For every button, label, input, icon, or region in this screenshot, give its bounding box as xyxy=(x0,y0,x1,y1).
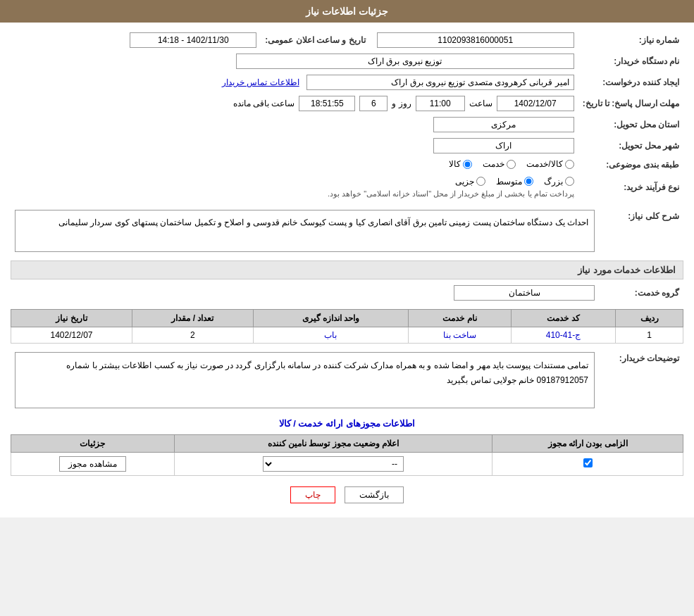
service-row-unit: باب xyxy=(253,327,408,343)
process-option-jozii[interactable]: جزیی xyxy=(455,177,485,187)
print-button[interactable]: چاپ xyxy=(290,486,335,503)
col-unit: واحد اندازه گیری xyxy=(253,309,408,327)
province-value: مرکزی xyxy=(433,117,574,132)
page-header: جزئیات اطلاعات نیاز xyxy=(0,0,694,23)
service-row-code: ج-41-410 xyxy=(511,327,615,343)
buyer-name-value: توزیع نیروی برق اراک xyxy=(236,54,574,69)
perm-required-checkbox[interactable] xyxy=(492,452,683,475)
perm-status[interactable]: -- xyxy=(174,452,492,475)
category-label: طبقه بندی موضوعی: xyxy=(578,156,683,174)
perm-col-details: جزئیات xyxy=(11,434,175,452)
need-number-label: شماره نیاز: xyxy=(578,30,683,51)
services-section-title: اطلاعات خدمات مورد نیاز xyxy=(11,260,683,279)
date-announce-label: تاریخ و ساعت اعلان عمومی: xyxy=(261,30,372,51)
permissions-title: اطلاعات مجوزهای ارائه خدمت / کالا xyxy=(11,418,683,429)
buyer-notes-table: توضیحات خریدار: تمامی مستندات پیوست باید… xyxy=(11,349,683,411)
creator-label: ایجاد کننده درخواست: xyxy=(578,72,683,93)
general-desc-value: احداث یک دستگاه ساختمان پست زمینی تامین … xyxy=(15,210,595,252)
process-radio-group: بزرگ متوسط جزیی xyxy=(455,177,574,187)
col-name: نام خدمت xyxy=(409,309,512,327)
process-option-bozorg[interactable]: بزرگ xyxy=(544,177,574,187)
general-desc-label: شرح کلی نیاز: xyxy=(599,207,683,255)
buyer-name-label: نام دستگاه خریدار: xyxy=(578,51,683,72)
view-permit-button[interactable]: مشاهده مجوز xyxy=(59,456,125,472)
service-row: 1 ج-41-410 ساخت بنا باب 2 1402/12/07 xyxy=(11,327,683,343)
service-group-label: گروه خدمت: xyxy=(599,282,683,303)
creator-contact-link[interactable]: اطلاعات تماس خریدار xyxy=(222,77,299,87)
buyer-notes-value: تمامی مستندات پیوست باید مهر و امضا شده … xyxy=(15,352,595,408)
province-label: استان محل تحویل: xyxy=(578,114,683,135)
service-row-num: 1 xyxy=(616,327,683,343)
deadline-remaining: 18:51:55 xyxy=(299,96,355,111)
permissions-section: اطلاعات مجوزهای ارائه خدمت / کالا الزامی… xyxy=(11,418,683,476)
service-row-date: 1402/12/07 xyxy=(11,327,132,343)
deadline-date: 1402/12/07 xyxy=(497,96,574,111)
city-value: اراک xyxy=(433,138,574,153)
date-announce-value: 1402/11/30 - 14:18 xyxy=(130,32,256,48)
need-number-value: 1102093816000051 xyxy=(377,32,574,48)
process-label: نوع فرآیند خرید: xyxy=(578,174,683,201)
category-radio-group: کالا/خدمت خدمت کالا xyxy=(449,159,574,169)
col-date: تاریخ نیاز xyxy=(11,309,132,327)
perm-col-status: اعلام وضعیت مجوز توسط نامین کننده xyxy=(174,434,492,452)
service-row-name: ساخت بنا xyxy=(409,327,512,343)
deadline-time: 11:00 xyxy=(416,96,465,111)
service-group-value: ساختمان xyxy=(454,285,595,301)
services-table: ردیف کد خدمت نام خدمت واحد اندازه گیری ت… xyxy=(11,309,683,344)
col-code: کد خدمت xyxy=(511,309,615,327)
perm-details[interactable]: مشاهده مجوز xyxy=(11,452,175,475)
process-option-motevaset[interactable]: متوسط xyxy=(496,177,533,187)
buyer-notes-label: توضیحات خریدار: xyxy=(599,349,683,411)
permission-row: -- مشاهده مجوز xyxy=(11,452,683,475)
main-form-table: شماره نیاز: 1102093816000051 تاریخ و ساع… xyxy=(11,30,683,201)
service-row-qty: 2 xyxy=(132,327,254,343)
page-title: جزئیات اطلاعات نیاز xyxy=(306,6,388,17)
desc-form-table: شرح کلی نیاز: احداث یک دستگاه ساختمان پس… xyxy=(11,207,683,255)
col-qty: تعداد / مقدار xyxy=(132,309,254,327)
category-option-kala-khedmat[interactable]: کالا/خدمت xyxy=(526,159,574,169)
creator-value: امیر قربانی کرهرودی متصدی توزیع نیروی بر… xyxy=(306,75,574,90)
deadline-label: مهلت ارسال پاسخ: تا تاریخ: xyxy=(578,93,683,114)
deadline-time-label: ساعت xyxy=(469,99,492,108)
deadline-remaining-label: ساعت باقی مانده xyxy=(233,99,295,108)
category-option-khedmat[interactable]: خدمت xyxy=(483,159,516,169)
perm-col-required: الزامی بودن ارائه مجوز xyxy=(492,434,683,452)
col-row: ردیف xyxy=(616,309,683,327)
back-button[interactable]: بازگشت xyxy=(345,486,404,503)
deadline-days: 6 xyxy=(359,96,388,111)
service-group-table: گروه خدمت: ساختمان xyxy=(11,282,683,303)
category-option-kala[interactable]: کالا xyxy=(449,159,472,169)
process-note: پرداخت تمام یا بخشی از مبلغ خریدار از مح… xyxy=(328,189,574,199)
deadline-days-label: روز و xyxy=(392,99,411,108)
city-label: شهر محل تحویل: xyxy=(578,135,683,156)
buttons-row: بازگشت چاپ xyxy=(11,486,683,503)
permissions-table: الزامی بودن ارائه مجوز اعلام وضعیت مجوز … xyxy=(11,434,683,476)
